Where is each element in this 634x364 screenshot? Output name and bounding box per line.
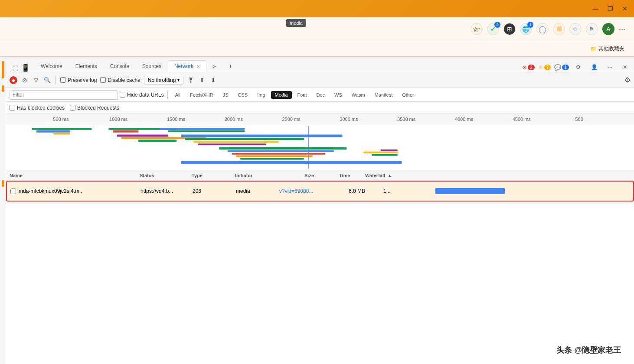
svg-rect-24 [381,150,398,151]
svg-rect-14 [198,143,266,145]
header-name[interactable]: Name [6,173,136,178]
svg-rect-8 [138,140,176,142]
tick-500ms: 500 ms [32,117,90,122]
filter-js[interactable]: JS [219,91,232,99]
svg-rect-19 [240,158,304,160]
bookmarks-folder[interactable]: 📁 其他收藏夹 [588,44,627,53]
filter-wasm[interactable]: Wasm [348,91,369,99]
header-time[interactable]: Time [336,173,362,178]
record-button[interactable]: ● [10,76,17,84]
filter-media[interactable]: Media [271,91,292,99]
errors-badge: ⊗ 2 [522,64,535,71]
filter-doc[interactable]: Doc [313,91,329,99]
tab-network-close[interactable]: ✕ [196,64,200,69]
network-settings-icon[interactable]: ⚙ [624,76,631,84]
preserve-log-input[interactable] [60,77,66,83]
tick-1500ms: 1500 ms [147,117,205,122]
hide-data-urls-input[interactable] [120,92,125,98]
ext-flag-icon[interactable]: ⚑ [586,23,598,35]
ext-globe-icon[interactable]: 🌐 1 [520,23,532,35]
row-checkbox[interactable] [10,188,16,194]
svg-rect-16 [228,150,334,152]
devtools-sidebar [0,57,6,364]
filter-input[interactable] [10,90,118,100]
svg-rect-11 [181,135,342,137]
tab-console[interactable]: Console [104,60,136,72]
svg-rect-2 [36,130,70,133]
tab-sources[interactable]: Sources [136,60,168,72]
profile-button[interactable]: 👤 [588,62,601,72]
timeline-area: 500 ms 1000 ms 1500 ms 2000 ms 2500 ms 3… [6,114,634,170]
blocked-requests-checkbox[interactable]: Blocked Requests [70,105,119,111]
filter-bar: Hide data URLs All Fetch/XHR JS CSS Img … [6,88,634,102]
ext-check-badge: 2 [494,22,500,28]
upload-icon[interactable]: ⬆ [198,76,206,84]
ext-star-reading-icon[interactable]: ☆ [569,23,582,35]
row-name: mda-mfcbkmux09jc2sf4.m... [7,188,137,194]
filter-manifest[interactable]: Manifest [371,91,397,99]
svg-rect-22 [363,152,397,153]
blocked-requests-input[interactable] [70,105,75,110]
header-status[interactable]: Status [136,173,188,178]
network-table[interactable]: Name Status Type Initiator Size Time Wat… [6,170,634,364]
filter-ws[interactable]: WS [330,91,346,99]
ext-circle-icon[interactable]: ◯ [536,23,549,35]
filter-toggle-button[interactable]: ▽ [32,76,40,84]
folder-label: 其他收藏夹 [598,45,624,52]
devtools-panel: ⬚ 📱 Welcome Elements Console Sources Net… [0,57,634,364]
add-to-favorites-icon[interactable]: ☆+ [471,23,483,35]
tab-more[interactable]: » [206,60,222,72]
has-blocked-cookies-checkbox[interactable]: Has blocked cookies [10,105,65,111]
filter-all[interactable]: All [171,91,184,99]
header-initiator[interactable]: Initiator [232,173,301,178]
devtools-main: ⬚ 📱 Welcome Elements Console Sources Net… [6,57,634,364]
hide-data-urls-checkbox[interactable]: Hide data URLs [120,92,164,98]
throttle-dropdown[interactable]: No throttling ▾ [144,76,184,84]
tab-network[interactable]: Network ✕ [168,60,206,72]
search-network-button[interactable]: 🔍 [43,76,51,84]
row-initiator[interactable]: v?vid=69088... [276,188,345,194]
disable-cache-checkbox[interactable]: Disable cache [100,77,140,83]
header-type[interactable]: Type [188,173,232,178]
inspect-device-icon[interactable]: 📱 [21,64,30,72]
minimize-button[interactable]: — [592,5,599,13]
wifi-icon[interactable] [187,76,195,84]
ext-puzzle-icon[interactable] [553,23,565,35]
ext-check-icon[interactable]: ✔ 2 [487,23,499,35]
user-avatar-icon[interactable]: A [602,23,614,35]
filter-css[interactable]: CSS [234,91,252,99]
browser-toolbar: ☆+ ✔ 2 ⊞ 🌐 1 ◯ ☆ ⚑ [0,17,634,41]
has-blocked-cookies-input[interactable] [10,105,15,110]
settings-button[interactable]: ⚙ [572,62,584,72]
svg-rect-18 [236,156,312,157]
preserve-log-checkbox[interactable]: Preserve log [60,77,97,83]
filter-img[interactable]: Img [253,91,269,99]
header-size[interactable]: Size [301,173,336,178]
inspect-element-icon[interactable]: ⬚ [12,64,19,72]
disable-cache-input[interactable] [100,77,106,83]
row-url: https://vd4.b... [137,188,189,194]
ext-grid-icon[interactable]: ⊞ [503,23,516,35]
devtools-tab-bar: ⬚ 📱 Welcome Elements Console Sources Net… [6,57,634,72]
filter-other[interactable]: Other [398,91,418,99]
download-icon[interactable]: ⬇ [209,76,217,84]
title-bar: — ❐ ✕ [0,0,634,17]
clear-button[interactable]: ⊘ [21,76,29,84]
filter-fetch-xhr[interactable]: Fetch/XHR [186,91,217,99]
browser-menu-button[interactable]: ··· [619,25,625,34]
devtools-close-button[interactable]: ✕ [619,62,631,72]
close-button[interactable]: ✕ [621,5,629,13]
tab-elements[interactable]: Elements [69,60,104,72]
svg-rect-13 [193,141,278,143]
table-row[interactable]: mda-mfcbkmux09jc2sf4.m... https://vd4.b.… [6,181,634,202]
more-options-button[interactable]: ··· [605,62,616,72]
bookmarks-bar: 📁 其他收藏夹 [0,41,634,57]
network-toolbar: ● ⊘ ▽ 🔍 Preserve log Disable cache No th… [6,72,634,88]
sidebar-tick-1 [2,61,4,78]
header-waterfall[interactable]: Waterfall ▲ [362,173,634,178]
restore-button[interactable]: ❐ [606,5,614,13]
tab-welcome[interactable]: Welcome [34,60,69,72]
filter-font[interactable]: Font [294,91,311,99]
tab-add[interactable]: + [222,60,239,72]
tick-2000ms: 2000 ms [205,117,262,122]
